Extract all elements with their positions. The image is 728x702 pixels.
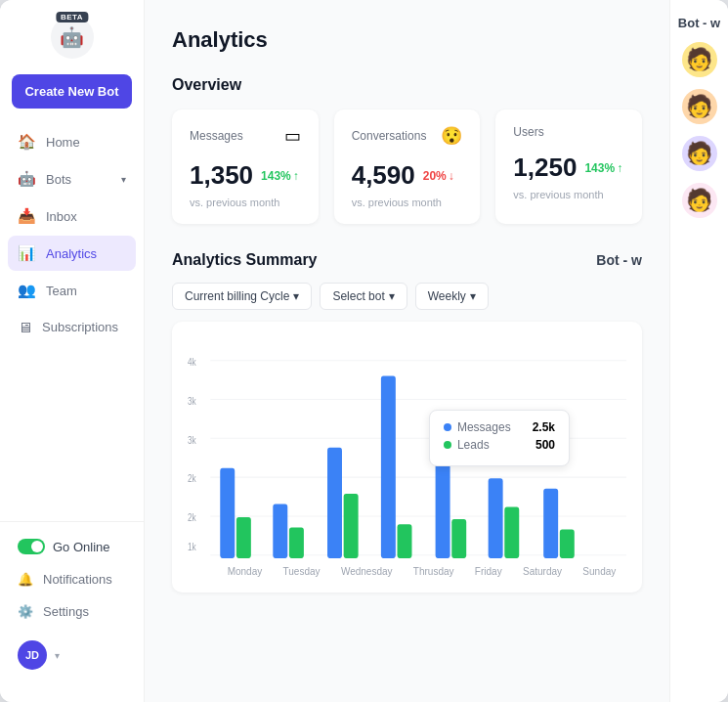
x-label-monday: Monday <box>228 566 263 577</box>
svg-rect-19 <box>398 524 412 558</box>
chevron-down-icon: ▾ <box>389 289 395 303</box>
sidebar-label-inbox: Inbox <box>46 209 77 224</box>
user-avatar: JD <box>18 640 47 670</box>
user-chevron-icon: ▾ <box>55 650 60 661</box>
sidebar-item-subscriptions[interactable]: 🖥 Subscriptions <box>8 310 136 344</box>
bots-icon: 🤖 <box>18 170 36 188</box>
sidebar-nav: 🏠 Home 🤖 Bots ▾ 📥 Inbox 📊 Analytics 👥 Te… <box>0 124 144 521</box>
subscriptions-icon: 🖥 <box>18 319 32 335</box>
users-card: Users 1,250 143% ↑ vs. previous month <box>495 110 642 224</box>
svg-rect-14 <box>273 504 287 558</box>
page-title: Analytics <box>172 27 642 53</box>
arrow-up-icon: ↑ <box>293 169 299 183</box>
notifications-label: Notifications <box>43 572 112 587</box>
weekly-filter[interactable]: Weekly ▾ <box>415 283 489 310</box>
sidebar-item-inbox[interactable]: 📥 Inbox <box>8 198 136 234</box>
svg-text:3k: 3k <box>188 395 196 407</box>
tooltip-leads-label: Leads <box>457 438 490 452</box>
users-card-header: Users <box>513 125 624 139</box>
bell-icon: 🔔 <box>18 572 33 587</box>
sidebar-item-analytics[interactable]: 📊 Analytics <box>8 236 136 271</box>
tooltip-messages-row: Messages 2.5k <box>444 420 555 434</box>
svg-rect-18 <box>381 375 396 557</box>
overview-title: Overview <box>172 76 642 94</box>
bot-avatar-4[interactable]: 🧑 <box>682 183 717 218</box>
users-value: 1,250 143% ↑ <box>513 153 624 183</box>
chart-area: 4k 3k 3k 2k 2k 1k <box>188 345 626 560</box>
overview-cards: Messages ▭ 1,350 143% ↑ vs. previous mon… <box>172 110 642 224</box>
chart-tooltip: Messages 2.5k Leads 500 <box>429 410 570 466</box>
sidebar-item-home[interactable]: 🏠 Home <box>8 124 136 159</box>
summary-header: Analytics Summary Bot - w <box>172 251 642 269</box>
billing-cycle-filter[interactable]: Current billing Cycle ▾ <box>172 283 312 310</box>
svg-rect-15 <box>289 527 304 557</box>
conversations-value: 4,590 20% ↓ <box>352 160 463 191</box>
user-profile[interactable]: JD ▾ <box>8 632 136 679</box>
sidebar-label-team: Team <box>46 284 77 298</box>
svg-text:2k: 2k <box>188 511 196 523</box>
messages-badge: 143% ↑ <box>261 169 299 183</box>
sidebar-label-subscriptions: Subscriptions <box>42 320 118 334</box>
svg-rect-24 <box>543 489 558 558</box>
chart-x-labels: Monday Tuesday Wednesday Thrusday Friday… <box>188 560 626 577</box>
main-inner: Analytics Overview Messages ▭ 1,350 <box>145 0 669 702</box>
app-window: 🤖 BETA Create New Bot 🏠 Home 🤖 Bots ▾ 📥 … <box>0 0 728 702</box>
summary-section: Analytics Summary Bot - w Current billin… <box>172 251 642 592</box>
svg-rect-22 <box>489 478 503 558</box>
select-bot-filter[interactable]: Select bot ▾ <box>320 283 407 310</box>
sidebar-item-bots[interactable]: 🤖 Bots ▾ <box>8 161 136 197</box>
sidebar-item-team[interactable]: 👥 Team <box>8 273 136 308</box>
summary-title: Analytics Summary <box>172 251 318 269</box>
svg-text:2k: 2k <box>188 472 196 484</box>
sidebar-item-settings[interactable]: ⚙️ Settings <box>8 595 136 628</box>
right-panel: Bot - w 🧑 🧑 🧑 🧑 <box>669 0 728 702</box>
messages-card: Messages ▭ 1,350 143% ↑ vs. previous mon… <box>172 110 319 224</box>
bots-chevron-icon: ▾ <box>121 174 126 185</box>
messages-card-header: Messages ▭ <box>190 125 301 147</box>
toggle-switch-icon[interactable] <box>18 539 45 554</box>
svg-rect-12 <box>220 468 235 558</box>
svg-rect-23 <box>504 507 519 558</box>
bot-avatar-3[interactable]: 🧑 <box>682 136 717 171</box>
conversations-badge: 20% ↓ <box>423 169 454 183</box>
tooltip-leads-value: 500 <box>520 438 555 452</box>
bot-avatar-1[interactable]: 🧑 <box>682 42 717 77</box>
conversations-sub: vs. previous month <box>352 197 463 208</box>
gear-icon: ⚙️ <box>18 604 33 619</box>
chart-container: 4k 3k 3k 2k 2k 1k <box>172 322 642 592</box>
overview-section: Overview Messages ▭ 1,350 143% ↑ <box>172 76 642 224</box>
messages-label: Messages <box>190 129 243 143</box>
svg-text:4k: 4k <box>188 356 196 368</box>
bot-avatar-2[interactable]: 🧑 <box>682 89 717 124</box>
go-online-toggle[interactable]: Go Online <box>8 530 136 563</box>
sidebar-label-analytics: Analytics <box>46 246 97 261</box>
conversations-card: Conversations 😯 4,590 20% ↓ vs. previous… <box>334 110 481 224</box>
x-label-thursday: Thrusday <box>413 566 454 577</box>
svg-rect-25 <box>560 530 575 558</box>
svg-rect-21 <box>451 519 466 558</box>
sidebar-item-notifications[interactable]: 🔔 Notifications <box>8 563 136 595</box>
logo-area: 🤖 BETA <box>0 16 144 59</box>
arrow-down-icon: ↓ <box>449 169 454 183</box>
settings-label: Settings <box>43 604 89 619</box>
chevron-down-icon: ▾ <box>293 289 299 303</box>
x-label-saturday: Saturday <box>523 566 562 577</box>
users-sub: vs. previous month <box>513 189 624 200</box>
inbox-icon: 📥 <box>18 207 36 225</box>
chevron-down-icon: ▾ <box>470 289 476 303</box>
x-label-friday: Friday <box>475 566 502 577</box>
leads-dot <box>444 441 451 449</box>
conversations-label: Conversations <box>352 129 427 143</box>
team-icon: 👥 <box>18 282 36 299</box>
analytics-icon: 📊 <box>18 244 36 262</box>
arrow-up-icon: ↑ <box>617 161 622 175</box>
conversations-card-header: Conversations 😯 <box>352 125 463 147</box>
messages-dot <box>444 423 451 431</box>
svg-text:3k: 3k <box>188 434 196 446</box>
svg-rect-13 <box>236 517 251 558</box>
x-label-sunday: Sunday <box>582 566 616 577</box>
svg-rect-16 <box>327 448 342 558</box>
create-new-bot-button[interactable]: Create New Bot <box>12 74 132 109</box>
conversations-icon: 😯 <box>441 125 462 147</box>
sidebar-label-bots: Bots <box>46 172 71 187</box>
